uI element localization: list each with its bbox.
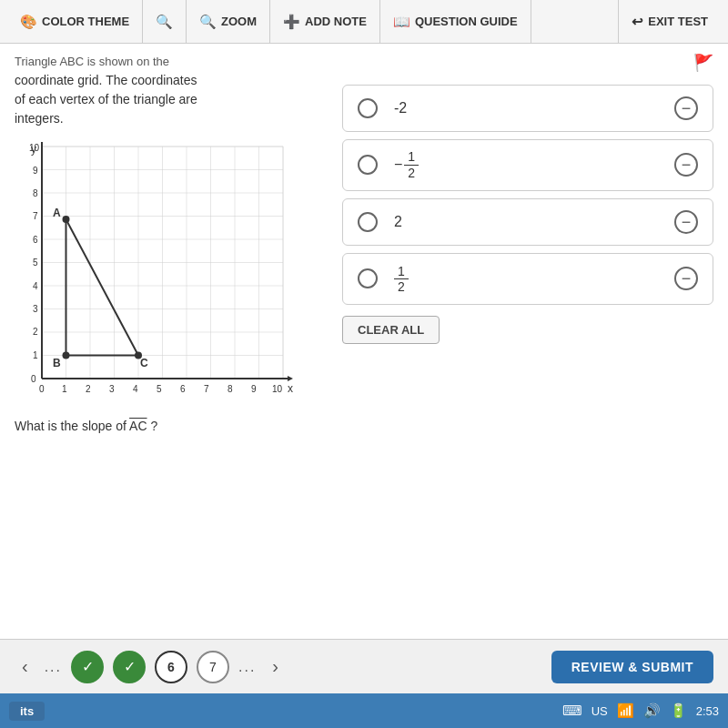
fraction-4: 1 2 xyxy=(394,264,409,296)
svg-text:C: C xyxy=(140,357,148,369)
review-submit-button[interactable]: REVIEW & SUBMIT xyxy=(551,651,713,683)
left-panel: Triangle ABC is shown on the coordinate … xyxy=(15,53,324,630)
radio-4[interactable] xyxy=(358,268,378,288)
answer-option-2[interactable]: − 1 2 − xyxy=(342,139,713,191)
svg-text:6: 6 xyxy=(33,235,38,245)
answer-left-4: 1 2 xyxy=(358,263,409,296)
taskbar-right: ⌨ US 📶 🔊 🔋 2:53 xyxy=(562,703,719,719)
svg-text:9: 9 xyxy=(33,166,38,176)
radio-3[interactable] xyxy=(358,212,378,232)
region-label: US xyxy=(592,704,608,718)
svg-point-56 xyxy=(63,351,70,359)
segment-label: AC xyxy=(129,419,147,433)
eliminate-btn-4[interactable]: − xyxy=(674,267,698,290)
zoom-out-btn[interactable]: 🔍 xyxy=(143,0,187,43)
question-line4: integers. xyxy=(15,109,324,128)
exit-test-btn[interactable]: ↩ EXIT TEST xyxy=(618,0,721,43)
exit-test-label: EXIT TEST xyxy=(648,15,708,28)
segment-ac: AC xyxy=(129,419,147,433)
answer-value-4: 1 2 xyxy=(394,263,409,296)
exit-icon: ↩ xyxy=(632,14,643,30)
svg-text:6: 6 xyxy=(180,384,186,394)
question-guide-label: QUESTION GUIDE xyxy=(415,15,518,28)
svg-point-54 xyxy=(63,216,70,223)
answer-value-3: 2 xyxy=(394,214,402,230)
next-arrow[interactable]: › xyxy=(265,652,286,681)
toolbar: 🎨 COLOR THEME 🔍 🔍 ZOOM ➕ ADD NOTE 📖 QUES… xyxy=(0,0,728,44)
question-text: Triangle ABC is shown on the coordinate … xyxy=(15,53,324,128)
flag-button[interactable]: 🚩 xyxy=(693,53,713,73)
note-icon: ➕ xyxy=(283,14,300,30)
svg-text:7: 7 xyxy=(204,384,209,394)
minus-fraction-2: − 1 2 xyxy=(394,149,419,181)
main-content: Triangle ABC is shown on the coordinate … xyxy=(0,44,728,639)
slope-question: What is the slope of AC ? xyxy=(15,419,324,433)
numerator-4: 1 xyxy=(394,264,409,280)
svg-text:2: 2 xyxy=(33,327,38,337)
bottom-nav: ‹ ... 6 7 ... › REVIEW & SUBMIT xyxy=(0,639,728,693)
taskbar: its ⌨ US 📶 🔊 🔋 2:53 xyxy=(0,693,728,728)
svg-text:5: 5 xyxy=(157,384,162,394)
coordinate-grid: x y 0 1 2 3 4 5 6 7 8 9 10 0 1 2 3 4 xyxy=(15,142,297,406)
question-line3: of each vertex of the triangle are xyxy=(15,90,324,109)
zoom-in-icon: 🔍 xyxy=(199,14,217,30)
answer-option-1[interactable]: -2 − xyxy=(342,85,713,132)
zoom-in-btn[interactable]: 🔍 ZOOM xyxy=(187,0,270,43)
color-theme-label: COLOR THEME xyxy=(42,15,129,28)
question-mark: ? xyxy=(150,419,157,433)
svg-text:5: 5 xyxy=(33,258,38,268)
svg-text:1: 1 xyxy=(62,384,67,394)
svg-text:4: 4 xyxy=(33,281,38,291)
clear-all-button[interactable]: CLEAR ALL xyxy=(342,316,440,344)
svg-text:9: 9 xyxy=(251,384,257,394)
denominator-2: 2 xyxy=(404,166,419,181)
clock: 2:53 xyxy=(696,704,719,718)
svg-text:8: 8 xyxy=(33,188,38,198)
answer-option-3[interactable]: 2 − xyxy=(342,198,713,246)
radio-1[interactable] xyxy=(358,98,378,118)
eliminate-btn-1[interactable]: − xyxy=(674,96,698,120)
add-note-btn[interactable]: ➕ ADD NOTE xyxy=(270,0,380,43)
svg-text:B: B xyxy=(53,357,61,369)
svg-text:0: 0 xyxy=(39,384,45,394)
answer-option-4[interactable]: 1 2 − xyxy=(342,253,713,306)
zoom-label: ZOOM xyxy=(221,15,257,28)
svg-text:8: 8 xyxy=(228,384,233,394)
svg-text:10: 10 xyxy=(29,143,40,153)
svg-text:3: 3 xyxy=(109,384,115,394)
denominator-4: 2 xyxy=(394,279,409,295)
nav-page-5[interactable] xyxy=(113,651,146,683)
prev-arrow[interactable]: ‹ xyxy=(15,652,35,681)
answer-left-3: 2 xyxy=(358,212,402,232)
slope-question-text: What is the slope of xyxy=(15,419,126,433)
sound-icon: 🔊 xyxy=(643,703,661,719)
nav-page-7[interactable]: 7 xyxy=(197,651,229,683)
svg-text:3: 3 xyxy=(33,304,38,314)
numerator-2: 1 xyxy=(404,149,419,166)
grid-svg: x y 0 1 2 3 4 5 6 7 8 9 10 0 1 2 3 4 xyxy=(15,142,297,406)
answer-value-2: − 1 2 xyxy=(394,149,419,181)
svg-text:7: 7 xyxy=(33,211,38,221)
taskbar-app[interactable]: its xyxy=(9,702,45,721)
minus-sign-2: − xyxy=(394,157,402,173)
svg-text:A: A xyxy=(53,207,61,219)
eliminate-btn-2[interactable]: − xyxy=(674,153,698,177)
answer-left-2: − 1 2 xyxy=(358,149,419,181)
question-guide-btn[interactable]: 📖 QUESTION GUIDE xyxy=(380,0,531,43)
svg-text:10: 10 xyxy=(272,384,283,394)
radio-2[interactable] xyxy=(358,155,378,175)
svg-text:0: 0 xyxy=(31,374,36,384)
svg-text:4: 4 xyxy=(133,384,138,394)
nav-page-4[interactable] xyxy=(71,651,104,683)
right-panel: 🚩 -2 − − 1 2 xyxy=(342,53,713,630)
svg-text:1: 1 xyxy=(33,350,38,360)
svg-text:2: 2 xyxy=(86,384,91,394)
palette-icon: 🎨 xyxy=(20,14,37,30)
eliminate-btn-3[interactable]: − xyxy=(674,210,698,234)
nav-page-6[interactable]: 6 xyxy=(155,651,187,683)
fraction-2: 1 2 xyxy=(404,149,419,181)
svg-marker-25 xyxy=(288,376,293,381)
color-theme-btn[interactable]: 🎨 COLOR THEME xyxy=(7,0,143,43)
keyboard-icon: ⌨ xyxy=(562,703,582,719)
nav-dots-right: ... xyxy=(238,659,256,675)
